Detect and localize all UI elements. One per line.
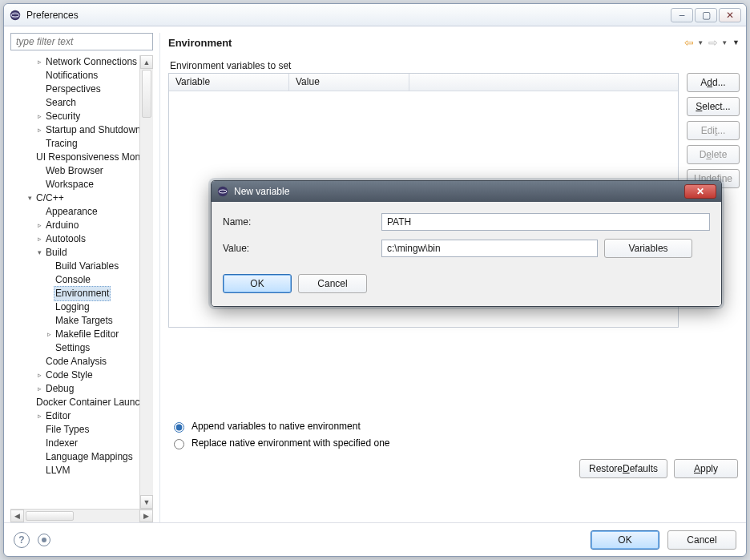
eclipse-icon <box>9 9 22 22</box>
radio-append[interactable] <box>174 422 184 433</box>
radio-replace[interactable] <box>174 439 184 449</box>
tree-item[interactable]: Language Mappings <box>10 450 153 464</box>
filter-input[interactable] <box>10 33 153 50</box>
select-button[interactable]: Select... <box>687 97 740 116</box>
tree-item-label: Network Connections <box>44 55 139 69</box>
dialog-cancel-button[interactable]: Cancel <box>298 274 367 293</box>
tree-item[interactable]: Tracing <box>10 137 153 151</box>
name-input[interactable] <box>381 213 710 231</box>
tree-item-label: Makefile Editor <box>54 328 120 341</box>
tree-item-label: UI Responsiveness Monitoring <box>34 151 153 164</box>
oomph-icon[interactable] <box>38 534 50 546</box>
tree-item[interactable]: Logging <box>10 300 153 314</box>
expand-icon[interactable]: ▹ <box>34 55 44 69</box>
help-icon[interactable]: ? <box>14 532 30 548</box>
tree-item[interactable]: Web Browser <box>10 164 153 178</box>
tree-item-label: Build <box>44 246 69 260</box>
tree-item-label: Docker Container Launcher <box>34 396 153 409</box>
tree-item[interactable]: ▾C/C++ <box>10 191 153 205</box>
tree-item-label: File Types <box>44 423 91 437</box>
tree-item-label: Appearance <box>44 205 99 219</box>
close-button[interactable]: ✕ <box>719 8 741 22</box>
tree-item-label: Editor <box>44 409 72 423</box>
dialog-close-button[interactable]: ✕ <box>684 184 716 199</box>
tree-item[interactable]: Environment <box>10 287 153 300</box>
tree-item[interactable]: ▹Editor <box>10 409 153 423</box>
tree-item[interactable]: Search <box>10 96 153 110</box>
tree-item-label: Startup and Shutdown <box>44 123 143 137</box>
expand-icon[interactable]: ▹ <box>34 409 44 423</box>
edit-button[interactable]: Edit... <box>687 121 740 140</box>
tree-item-label: Tracing <box>44 137 79 151</box>
expand-icon[interactable]: ▾ <box>34 246 44 260</box>
nav-forward-button[interactable]: ⇨▼ <box>707 36 728 49</box>
tree-item-label: Code Analysis <box>44 355 108 369</box>
tree-item[interactable]: LLVM <box>10 464 153 477</box>
tree-item[interactable]: Docker Container Launcher <box>10 396 153 409</box>
dialog-titlebar: New variable ✕ <box>212 181 721 202</box>
arrow-forward-icon: ⇨ <box>707 36 720 49</box>
expand-icon[interactable]: ▹ <box>34 382 44 396</box>
dialog-title: New variable <box>234 186 289 197</box>
tree-item-label: Web Browser <box>44 164 105 178</box>
radio-replace-label: Replace native environment with specifie… <box>192 437 389 449</box>
expand-icon[interactable]: ▹ <box>34 123 44 137</box>
tree-item[interactable]: ▹Makefile Editor <box>10 328 153 341</box>
tree-item-label: Language Mappings <box>44 450 135 464</box>
tree-item[interactable]: UI Responsiveness Monitoring <box>10 151 153 164</box>
tree-item[interactable]: ▹Debug <box>10 382 153 396</box>
tree-item-label: Debug <box>44 382 75 396</box>
value-input[interactable] <box>381 240 598 257</box>
tree-item[interactable]: Appearance <box>10 205 153 219</box>
tree-item[interactable]: ▾Build <box>10 246 153 260</box>
expand-icon[interactable]: ▹ <box>34 369 44 382</box>
tree-item[interactable]: ▹Security <box>10 110 153 123</box>
tree-scrollbar-horizontal[interactable]: ◀▶ <box>10 509 153 522</box>
ok-button[interactable]: OK <box>591 530 659 550</box>
window-title: Preferences <box>26 10 79 21</box>
restore-defaults-button[interactable]: Restore Defaults <box>579 459 667 478</box>
cancel-button[interactable]: Cancel <box>667 530 736 550</box>
expand-icon[interactable]: ▾ <box>25 191 34 205</box>
maximize-button[interactable]: ▢ <box>695 8 717 22</box>
tree-item[interactable]: Build Variables <box>10 260 153 273</box>
add-button[interactable]: Add... <box>687 73 740 92</box>
tree-item-label: Security <box>44 110 82 123</box>
tree-item-label: Code Style <box>44 369 95 382</box>
delete-button[interactable]: Delete <box>687 145 740 164</box>
tree-item-label: LLVM <box>44 464 71 477</box>
variables-button[interactable]: Variables <box>604 239 692 258</box>
tree-item-label: Notifications <box>44 69 99 83</box>
tree-item[interactable]: Notifications <box>10 69 153 83</box>
tree-item[interactable]: Settings <box>10 341 153 355</box>
page-menu-button[interactable]: ▼ <box>732 38 740 46</box>
tree-item[interactable]: Make Targets <box>10 314 153 328</box>
preferences-tree[interactable]: ▹Network ConnectionsNotificationsPerspec… <box>10 55 153 509</box>
tree-item[interactable]: Console <box>10 273 153 287</box>
tree-item[interactable]: ▹Code Style <box>10 369 153 382</box>
tree-item[interactable]: Indexer <box>10 437 153 450</box>
table-header: Variable Value <box>169 74 678 91</box>
col-variable[interactable]: Variable <box>169 74 289 91</box>
col-value[interactable]: Value <box>289 74 409 91</box>
tree-item[interactable]: File Types <box>10 423 153 437</box>
minimize-button[interactable]: – <box>671 8 693 22</box>
nav-back-button[interactable]: ⇦▼ <box>683 36 704 49</box>
page-title: Environment <box>168 37 232 49</box>
tree-scrollbar-vertical[interactable]: ▲▼ <box>139 55 153 509</box>
expand-icon[interactable]: ▹ <box>34 219 44 232</box>
tree-item[interactable]: ▹Autotools <box>10 232 153 246</box>
apply-button[interactable]: Apply <box>674 459 738 478</box>
dialog-ok-button[interactable]: OK <box>223 274 292 293</box>
expand-icon[interactable]: ▹ <box>34 110 44 123</box>
tree-item[interactable]: ▹Arduino <box>10 219 153 232</box>
tree-item-label: Search <box>44 96 78 110</box>
tree-item[interactable]: Code Analysis <box>10 355 153 369</box>
tree-item-label: Console <box>54 273 92 287</box>
tree-item[interactable]: Perspectives <box>10 83 153 96</box>
tree-item[interactable]: ▹Startup and Shutdown <box>10 123 153 137</box>
expand-icon[interactable]: ▹ <box>34 232 44 246</box>
expand-icon[interactable]: ▹ <box>44 328 54 341</box>
tree-item[interactable]: ▹Network Connections <box>10 55 153 69</box>
tree-item[interactable]: Workspace <box>10 178 153 191</box>
